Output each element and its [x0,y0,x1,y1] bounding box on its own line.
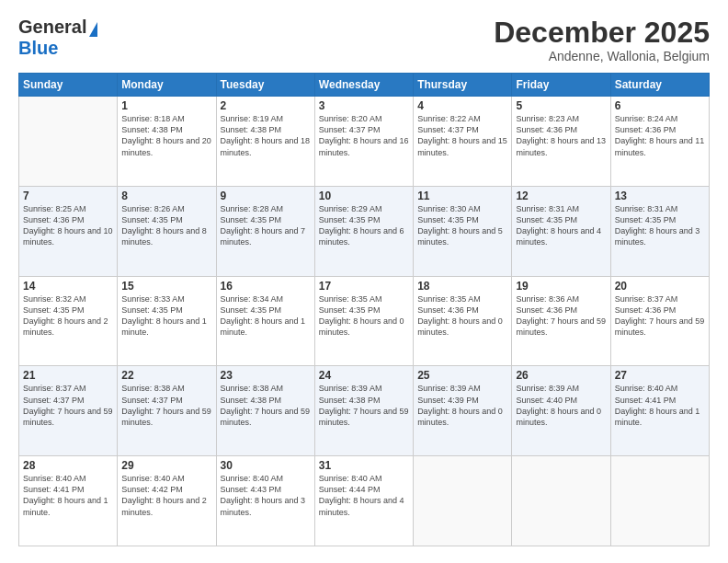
calendar-week-row: 28Sunrise: 8:40 AMSunset: 4:41 PMDayligh… [19,456,710,546]
calendar-week-row: 1Sunrise: 8:18 AMSunset: 4:38 PMDaylight… [19,97,710,187]
page: General Blue December 2025 Andenne, Wall… [0,0,728,563]
table-row: 28Sunrise: 8:40 AMSunset: 4:41 PMDayligh… [19,456,118,546]
table-row: 9Sunrise: 8:28 AMSunset: 4:35 PMDaylight… [216,186,314,276]
cell-date: 12 [516,190,606,202]
cell-date: 21 [23,369,113,382]
cell-info: Sunrise: 8:40 AMSunset: 4:43 PMDaylight:… [221,473,311,518]
cell-info: Sunrise: 8:38 AMSunset: 4:38 PMDaylight:… [221,383,311,428]
cell-date: 28 [23,459,113,472]
cell-date: 17 [319,280,409,293]
cell-date: 5 [516,99,606,112]
table-row: 8Sunrise: 8:26 AMSunset: 4:35 PMDaylight… [118,186,216,276]
cell-date: 18 [417,280,507,293]
cell-info: Sunrise: 8:18 AMSunset: 4:38 PMDaylight:… [121,113,211,158]
table-row: 11Sunrise: 8:30 AMSunset: 4:35 PMDayligh… [414,186,512,276]
table-row: 21Sunrise: 8:37 AMSunset: 4:37 PMDayligh… [19,366,118,456]
col-sunday: Sunday [19,74,118,97]
cell-info: Sunrise: 8:40 AMSunset: 4:42 PMDaylight:… [121,473,211,518]
table-row: 4Sunrise: 8:22 AMSunset: 4:37 PMDaylight… [414,97,512,187]
table-row: 15Sunrise: 8:33 AMSunset: 4:35 PMDayligh… [118,276,216,366]
table-row: 6Sunrise: 8:24 AMSunset: 4:36 PMDaylight… [610,97,709,187]
cell-date: 7 [23,190,113,202]
table-row: 29Sunrise: 8:40 AMSunset: 4:42 PMDayligh… [118,456,216,546]
col-tuesday: Tuesday [216,74,314,97]
cell-date: 29 [121,459,211,472]
cell-date: 8 [121,190,211,202]
table-row: 13Sunrise: 8:31 AMSunset: 4:35 PMDayligh… [610,186,709,276]
cell-info: Sunrise: 8:20 AMSunset: 4:37 PMDaylight:… [319,113,409,158]
cell-info: Sunrise: 8:24 AMSunset: 4:36 PMDaylight:… [615,113,705,158]
table-row: 19Sunrise: 8:36 AMSunset: 4:36 PMDayligh… [512,276,610,366]
cell-date: 27 [615,369,705,382]
table-row: 1Sunrise: 8:18 AMSunset: 4:38 PMDaylight… [118,97,216,187]
table-row: 27Sunrise: 8:40 AMSunset: 4:41 PMDayligh… [610,366,709,456]
cell-info: Sunrise: 8:30 AMSunset: 4:35 PMDaylight:… [417,203,507,248]
table-row: 2Sunrise: 8:19 AMSunset: 4:38 PMDaylight… [216,97,314,187]
cell-info: Sunrise: 8:29 AMSunset: 4:35 PMDaylight:… [319,203,409,248]
cell-info: Sunrise: 8:31 AMSunset: 4:35 PMDaylight:… [615,203,705,248]
cell-date: 4 [417,99,507,112]
table-row: 23Sunrise: 8:38 AMSunset: 4:38 PMDayligh… [216,366,314,456]
cell-date: 25 [417,369,507,382]
table-row: 22Sunrise: 8:38 AMSunset: 4:37 PMDayligh… [118,366,216,456]
cell-date: 23 [221,369,311,382]
table-row [610,456,709,546]
calendar-header-row: Sunday Monday Tuesday Wednesday Thursday… [19,74,710,97]
col-saturday: Saturday [610,74,709,97]
cell-date: 24 [319,369,409,382]
cell-date: 26 [516,369,606,382]
table-row [512,456,610,546]
table-row: 12Sunrise: 8:31 AMSunset: 4:35 PMDayligh… [512,186,610,276]
cell-date: 10 [319,190,409,202]
cell-date: 19 [516,280,606,293]
cell-info: Sunrise: 8:35 AMSunset: 4:36 PMDaylight:… [417,293,507,339]
table-row: 3Sunrise: 8:20 AMSunset: 4:37 PMDaylight… [314,97,413,187]
cell-info: Sunrise: 8:37 AMSunset: 4:36 PMDaylight:… [615,293,705,339]
cell-date: 15 [121,280,211,293]
table-row: 24Sunrise: 8:39 AMSunset: 4:38 PMDayligh… [314,366,413,456]
cell-date: 20 [615,280,705,293]
cell-info: Sunrise: 8:34 AMSunset: 4:35 PMDaylight:… [221,293,311,339]
cell-info: Sunrise: 8:23 AMSunset: 4:36 PMDaylight:… [516,113,606,158]
cell-info: Sunrise: 8:25 AMSunset: 4:36 PMDaylight:… [23,203,113,248]
cell-info: Sunrise: 8:40 AMSunset: 4:41 PMDaylight:… [23,473,113,518]
table-row [19,97,118,187]
cell-info: Sunrise: 8:28 AMSunset: 4:35 PMDaylight:… [221,203,311,248]
table-row: 31Sunrise: 8:40 AMSunset: 4:44 PMDayligh… [314,456,413,546]
table-row: 20Sunrise: 8:37 AMSunset: 4:36 PMDayligh… [610,276,709,366]
logo: General Blue [18,17,97,59]
table-row: 7Sunrise: 8:25 AMSunset: 4:36 PMDaylight… [19,186,118,276]
title-section: December 2025 Andenne, Wallonia, Belgium [494,17,710,63]
logo-general-text: General [18,17,86,38]
cell-info: Sunrise: 8:19 AMSunset: 4:38 PMDaylight:… [221,113,311,158]
cell-date: 13 [615,190,705,202]
cell-info: Sunrise: 8:26 AMSunset: 4:35 PMDaylight:… [121,203,211,248]
cell-date: 9 [221,190,311,202]
cell-date: 11 [417,190,507,202]
table-row [414,456,512,546]
cell-info: Sunrise: 8:40 AMSunset: 4:41 PMDaylight:… [615,383,705,428]
cell-info: Sunrise: 8:36 AMSunset: 4:36 PMDaylight:… [516,293,606,339]
cell-date: 30 [221,459,311,472]
cell-info: Sunrise: 8:31 AMSunset: 4:35 PMDaylight:… [516,203,606,248]
cell-info: Sunrise: 8:32 AMSunset: 4:35 PMDaylight:… [23,293,113,339]
cell-date: 3 [319,99,409,112]
table-row: 16Sunrise: 8:34 AMSunset: 4:35 PMDayligh… [216,276,314,366]
logo-triangle-icon [89,22,97,37]
table-row: 10Sunrise: 8:29 AMSunset: 4:35 PMDayligh… [314,186,413,276]
cell-info: Sunrise: 8:22 AMSunset: 4:37 PMDaylight:… [417,113,507,158]
cell-date: 31 [319,459,409,472]
col-friday: Friday [512,74,610,97]
table-row: 25Sunrise: 8:39 AMSunset: 4:39 PMDayligh… [414,366,512,456]
table-row: 14Sunrise: 8:32 AMSunset: 4:35 PMDayligh… [19,276,118,366]
cell-date: 2 [221,99,311,112]
cell-info: Sunrise: 8:33 AMSunset: 4:35 PMDaylight:… [121,293,211,339]
col-wednesday: Wednesday [314,74,413,97]
calendar-week-row: 21Sunrise: 8:37 AMSunset: 4:37 PMDayligh… [19,366,710,456]
cell-info: Sunrise: 8:38 AMSunset: 4:37 PMDaylight:… [121,383,211,428]
table-row: 5Sunrise: 8:23 AMSunset: 4:36 PMDaylight… [512,97,610,187]
table-row: 30Sunrise: 8:40 AMSunset: 4:43 PMDayligh… [216,456,314,546]
calendar-week-row: 7Sunrise: 8:25 AMSunset: 4:36 PMDaylight… [19,186,710,276]
cell-date: 22 [121,369,211,382]
cell-date: 16 [221,280,311,293]
